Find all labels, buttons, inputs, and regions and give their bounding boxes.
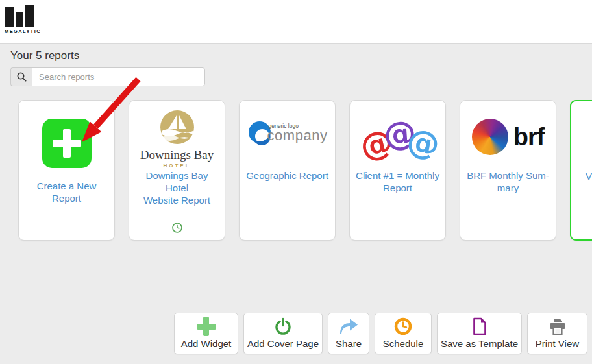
schedule-button[interactable]: Schedule [375, 313, 432, 354]
at-symbols-icon: @ @ @ [350, 110, 445, 168]
card-label[interactable]: BRF Monthly Sum- mary [460, 169, 556, 194]
brand-name: MEGALYTIC [5, 29, 50, 34]
card-client-1-monthly-report[interactable]: @ @ @ Client #1 = Monthly Report [349, 100, 446, 241]
sailboat-circle-icon [160, 110, 195, 145]
clock-icon [394, 316, 412, 337]
search-input[interactable] [32, 67, 205, 86]
save-as-template-button[interactable]: Save as Template [437, 313, 522, 354]
card-geographic-report[interactable]: generic logo company Geographic Report [239, 100, 336, 241]
at-blue-glyph: @ [404, 121, 442, 164]
card-selected-partial[interactable]: V [570, 100, 592, 241]
downings-bay-logo-subtext: HOTEL [129, 163, 225, 169]
report-cards: Create a New Report Downings Bay HOTEL D… [18, 100, 592, 241]
power-icon [274, 316, 292, 337]
add-cover-page-button[interactable]: Add Cover Page [243, 313, 323, 354]
mosaic-circle-icon [472, 119, 508, 155]
plus-icon [197, 316, 216, 337]
card-label[interactable]: Downings Bay Hotel Website Report [129, 169, 225, 206]
card-create-new-report[interactable]: Create a New Report [18, 100, 115, 241]
file-icon [472, 316, 487, 337]
downings-bay-logo-text: Downings Bay [129, 148, 225, 162]
share-arrow-icon [338, 316, 359, 337]
card-label[interactable]: Client #1 = Monthly Report [350, 169, 445, 194]
megalytic-logo[interactable]: MEGALYTIC [5, 3, 50, 34]
generic-logo-big-text: company [267, 129, 328, 142]
search-button[interactable] [10, 67, 32, 86]
create-report-plus-icon[interactable] [42, 119, 92, 168]
printer-icon [548, 316, 567, 337]
brf-logo-text: brf [513, 123, 545, 151]
app-header: MEGALYTIC [0, 0, 592, 44]
bar-chart-logo-icon [5, 3, 50, 27]
search-bar [10, 67, 205, 86]
schedule-clock-icon[interactable] [172, 223, 182, 236]
toolbar: Add Widget Add Cover Page Share [174, 313, 587, 354]
downings-bay-logo: Downings Bay HOTEL [129, 110, 225, 169]
add-widget-button[interactable]: Add Widget [174, 313, 238, 354]
share-button[interactable]: Share [328, 313, 369, 354]
search-icon [16, 71, 27, 82]
card-downings-bay-hotel[interactable]: Downings Bay HOTEL Downings Bay Hotel We… [129, 100, 225, 241]
card-label[interactable]: V [571, 170, 592, 182]
megalytic-app: MEGALYTIC Your 5 reports Create a New Re… [0, 0, 592, 364]
card-brf-monthly-summary[interactable]: brf BRF Monthly Sum- mary [460, 100, 556, 241]
card-label[interactable]: Create a New Report [19, 180, 114, 204]
print-view-button[interactable]: Print View [527, 313, 587, 354]
brf-logo: brf [460, 119, 556, 155]
page-title: Your 5 reports [10, 49, 79, 62]
card-label[interactable]: Geographic Report [240, 169, 335, 182]
generic-logo-company: generic logo company [240, 120, 335, 145]
